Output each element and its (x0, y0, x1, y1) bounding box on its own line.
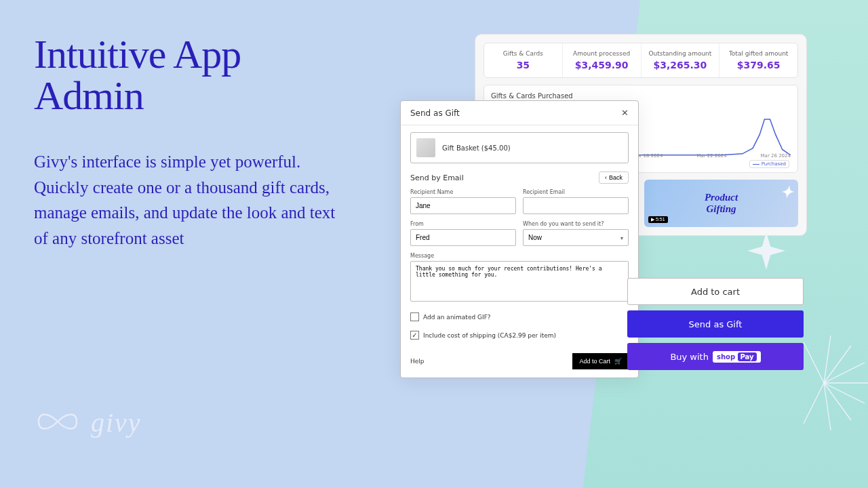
section-header: Send by Email ‹Back (410, 171, 629, 184)
stats-row: Gifts & Cards35 Amount processed$3,459.9… (484, 43, 798, 78)
close-icon[interactable]: ✕ (621, 108, 629, 118)
stat-card: Total gifted amount$379.65 (719, 43, 797, 77)
recipient-name-input[interactable] (410, 197, 516, 214)
modal-header: Send as Gift ✕ (401, 101, 638, 125)
recipient-name-label: Recipient Name (410, 189, 516, 195)
stat-label: Amount processed (566, 50, 638, 57)
hero-title: Intuitive App Admin (34, 34, 241, 117)
message-input[interactable] (410, 261, 629, 302)
hero-title-l1: Intuitive App (34, 32, 241, 77)
shop-pay-badge: shop Pay (713, 351, 761, 363)
stat-label: Outstanding amount (644, 50, 717, 57)
send-as-gift-modal: Send as Gift ✕ Gift Basket ($45.00) Send… (400, 100, 639, 378)
bow-icon (34, 407, 81, 439)
stat-value: 35 (487, 60, 559, 70)
buy-with-shop-pay-cta[interactable]: Buy with shop Pay (627, 343, 804, 370)
stat-card: Gifts & Cards35 (484, 43, 563, 77)
recipient-email-label: Recipient Email (523, 189, 629, 195)
chart-title: Gifts & Cards Purchased (491, 92, 791, 100)
product-name: Gift Basket ($45.00) (442, 144, 511, 152)
chevron-left-icon: ‹ (605, 174, 607, 181)
shipping-label: Include cost of shipping (CA$2.99 per it… (423, 332, 556, 339)
stat-value: $3,265.30 (644, 60, 717, 70)
stat-card: Outstanding amount$3,265.30 (642, 43, 720, 77)
x-tick: Mar 22 2024 (696, 153, 726, 159)
gif-label: Add an animated GIF? (423, 314, 491, 321)
video-duration-badge: ▶ 5:51 (648, 216, 668, 223)
modal-title: Send as Gift (410, 108, 460, 118)
cta-stack: Add to cart Send as Gift Buy with shop P… (627, 278, 804, 370)
x-tick: Mar 26 2024 (761, 153, 791, 159)
tile-product-gifting[interactable]: ✦Product Gifting▶ 5:51 (644, 180, 798, 227)
back-button[interactable]: ‹Back (599, 171, 629, 184)
cta-prefix: Buy with (670, 352, 709, 362)
stat-label: Gifts & Cards (487, 50, 559, 57)
message-label: Message (410, 253, 629, 259)
send-when-select[interactable] (523, 229, 629, 246)
stat-value: $3,459.90 (566, 60, 638, 70)
stat-value: $379.65 (722, 60, 795, 70)
send-when-label: When do you want to send it? (523, 221, 629, 227)
send-as-gift-cta[interactable]: Send as Gift (627, 310, 804, 338)
stat-label: Total gifted amount (722, 50, 795, 57)
from-label: From (410, 221, 516, 227)
hero-title-l2: Admin (34, 73, 144, 118)
brand-logo: givy (34, 407, 142, 439)
hero-subhead: Givy's interface is simple yet powerful.… (34, 149, 353, 251)
stat-card: Amount processed$3,459.90 (563, 43, 642, 77)
shop-text: shop (717, 353, 735, 361)
chart-legend: Purchased (749, 160, 789, 168)
brand-name: givy (91, 407, 142, 439)
cart-icon: 🛒 (614, 358, 622, 365)
product-row: Gift Basket ($45.00) (410, 132, 629, 163)
help-link[interactable]: Help (410, 358, 425, 365)
from-input[interactable] (410, 229, 516, 246)
recipient-email-input[interactable] (523, 197, 629, 214)
cta-label: Send as Gift (689, 319, 743, 329)
pay-text: Pay (738, 352, 757, 361)
add-to-cart-cta[interactable]: Add to cart (627, 278, 804, 305)
sparkle-icon: ✦ (781, 184, 793, 201)
gif-checkbox[interactable] (410, 312, 419, 321)
cta-label: Add to cart (691, 287, 740, 297)
add-to-cart-label: Add to Cart (579, 358, 610, 365)
shipping-checkbox[interactable]: ✓ (410, 331, 419, 340)
back-label: Back (609, 174, 623, 181)
product-thumbnail (416, 138, 435, 157)
tile-title: Product Gifting (705, 192, 738, 215)
add-to-cart-button[interactable]: Add to Cart🛒 (572, 353, 629, 369)
section-title: Send by Email (410, 174, 464, 182)
